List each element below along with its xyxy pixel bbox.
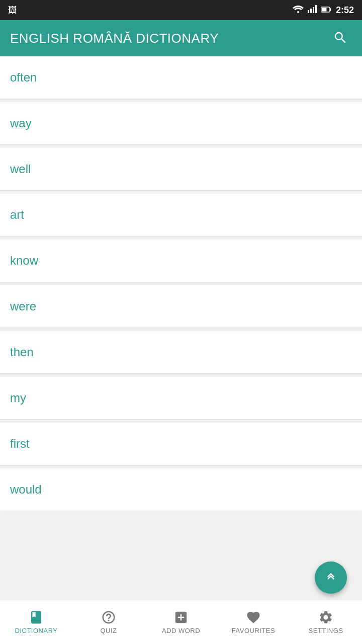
svg-point-0 <box>297 11 299 13</box>
status-bar: 🖼 2:52 <box>0 0 362 20</box>
clock: 2:52 <box>336 5 354 16</box>
status-right: 2:52 <box>293 5 354 16</box>
search-icon <box>333 30 348 45</box>
scroll-to-top-button[interactable] <box>315 561 347 594</box>
svg-rect-4 <box>315 5 317 13</box>
battery-icon <box>321 5 332 16</box>
svg-rect-3 <box>313 7 314 13</box>
svg-rect-7 <box>321 8 326 11</box>
svg-rect-6 <box>330 8 331 11</box>
word-item[interactable]: well <box>0 148 362 191</box>
word-list: oftenwaywellartknowwerethenmyfirstwould <box>0 56 362 644</box>
settings-icon <box>318 610 333 625</box>
word-item[interactable]: know <box>0 239 362 282</box>
nav-label-dictionary: DICTIONARY <box>15 627 58 634</box>
word-item[interactable]: then <box>0 331 362 374</box>
svg-rect-1 <box>308 10 309 13</box>
app-bar: ENGLISH ROMÂNĂ DICTIONARY <box>0 20 362 56</box>
status-left: 🖼 <box>8 5 17 16</box>
wifi-icon <box>293 5 304 16</box>
word-item[interactable]: my <box>0 377 362 420</box>
nav-item-add-word[interactable]: ADD WORD <box>145 606 217 638</box>
word-item[interactable]: would <box>0 468 362 511</box>
nav-item-dictionary[interactable]: DICTIONARY <box>0 606 72 638</box>
nav-label-favourites: FAVOURITES <box>232 627 275 634</box>
svg-rect-2 <box>310 9 312 13</box>
signal-icon <box>308 5 317 16</box>
word-item[interactable]: way <box>0 102 362 145</box>
image-icon: 🖼 <box>8 5 17 16</box>
nav-label-add-word: ADD WORD <box>162 627 200 634</box>
app-title: ENGLISH ROMÂNĂ DICTIONARY <box>10 31 219 46</box>
add-word-icon <box>173 610 189 625</box>
word-item[interactable]: first <box>0 423 362 465</box>
favourites-icon <box>246 610 261 625</box>
nav-item-favourites[interactable]: FAVOURITES <box>217 606 290 638</box>
nav-label-settings: SETTINGS <box>308 627 343 634</box>
nav-item-quiz[interactable]: QUIZ <box>72 606 145 638</box>
chevron-up-icon <box>324 571 338 585</box>
word-item[interactable]: often <box>0 56 362 99</box>
word-item[interactable]: were <box>0 285 362 328</box>
nav-item-settings[interactable]: SETTINGS <box>290 606 362 638</box>
word-item[interactable]: art <box>0 194 362 236</box>
bottom-nav: DICTIONARY QUIZ ADD WORD FAVOURITES SETT… <box>0 600 362 644</box>
nav-label-quiz: QUIZ <box>100 627 117 634</box>
dictionary-icon <box>29 610 44 625</box>
search-button[interactable] <box>329 26 352 51</box>
quiz-icon <box>101 610 116 625</box>
